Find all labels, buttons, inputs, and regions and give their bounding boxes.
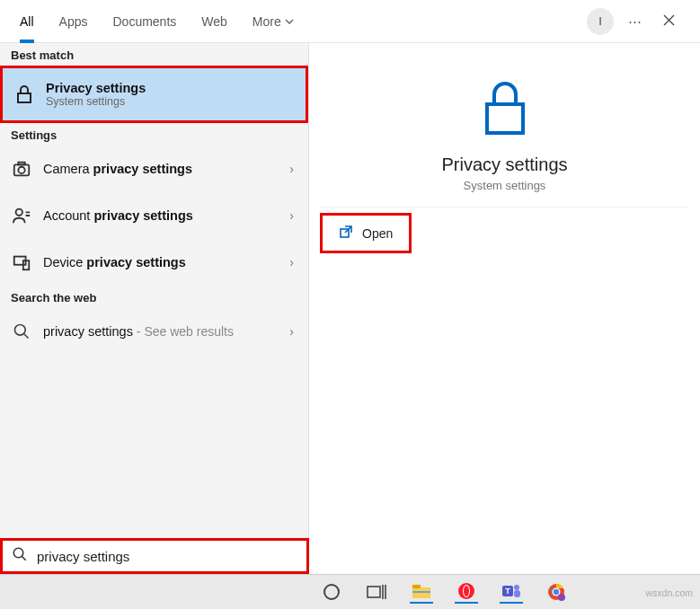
- lock-icon: [480, 79, 530, 140]
- camera-icon: [11, 158, 32, 180]
- cortana-icon[interactable]: [320, 580, 343, 604]
- section-web: Search the web: [0, 286, 308, 308]
- close-button[interactable]: [655, 8, 682, 35]
- detail-pane: Privacy settings System settings Open: [309, 43, 700, 574]
- task-view-icon[interactable]: [365, 580, 388, 604]
- result-text: Device privacy settings: [43, 254, 279, 270]
- avatar[interactable]: I: [587, 8, 614, 35]
- svg-point-26: [558, 594, 565, 601]
- tab-apps[interactable]: Apps: [47, 0, 101, 43]
- svg-rect-22: [514, 590, 520, 597]
- chrome-icon[interactable]: [545, 580, 568, 604]
- svg-point-21: [514, 585, 519, 590]
- file-explorer-icon[interactable]: [410, 580, 433, 604]
- open-external-icon: [339, 225, 353, 242]
- tab-more-label: More: [253, 0, 281, 43]
- chevron-down-icon: [285, 0, 294, 43]
- tab-web[interactable]: Web: [189, 0, 240, 43]
- result-camera-privacy[interactable]: Camera privacy settings ›: [0, 146, 308, 192]
- result-device-privacy[interactable]: Device privacy settings ›: [0, 239, 308, 286]
- tabs-left: All Apps Documents Web More: [7, 0, 306, 43]
- svg-rect-8: [487, 104, 523, 133]
- open-button[interactable]: Open: [320, 213, 412, 253]
- detail-title: Privacy settings: [441, 154, 567, 175]
- search-icon: [11, 321, 32, 342]
- svg-text:T: T: [505, 587, 510, 596]
- watermark: wsxdn.com: [645, 587, 693, 598]
- tab-all[interactable]: All: [7, 0, 47, 43]
- lock-icon: [13, 84, 35, 105]
- open-label: Open: [362, 226, 393, 241]
- svg-point-2: [18, 167, 24, 173]
- svg-point-18: [464, 586, 469, 596]
- result-best-match[interactable]: Privacy settings System settings: [0, 66, 308, 123]
- svg-rect-3: [18, 163, 24, 165]
- svg-point-4: [16, 209, 22, 216]
- result-text: Account privacy settings: [43, 207, 279, 224]
- result-title: Device privacy settings: [43, 255, 186, 269]
- account-icon: [11, 205, 32, 226]
- search-input[interactable]: [37, 549, 297, 564]
- svg-rect-14: [412, 585, 421, 588]
- svg-point-10: [13, 548, 23, 558]
- search-box[interactable]: [0, 538, 309, 574]
- svg-point-11: [324, 585, 339, 599]
- svg-rect-12: [368, 587, 380, 597]
- result-title: Account privacy settings: [43, 208, 193, 223]
- svg-rect-0: [18, 93, 31, 102]
- chevron-right-icon: ›: [289, 162, 297, 176]
- result-text: Camera privacy settings: [43, 161, 279, 177]
- detail-subtitle: System settings: [464, 179, 546, 192]
- teams-icon[interactable]: T: [500, 580, 523, 604]
- section-settings: Settings: [0, 123, 308, 146]
- close-icon: [663, 13, 675, 29]
- detail-hero: Privacy settings System settings: [320, 54, 689, 207]
- result-text: privacy settings - See web results: [43, 323, 279, 340]
- svg-point-25: [554, 589, 559, 595]
- svg-rect-15: [412, 591, 430, 593]
- result-subtitle: System settings: [46, 95, 295, 108]
- result-title: Camera privacy settings: [43, 162, 192, 176]
- search-icon: [12, 546, 28, 566]
- taskbar: T: [0, 574, 700, 609]
- result-title: privacy settings - See web results: [43, 324, 234, 339]
- result-text: Privacy settings System settings: [46, 81, 295, 108]
- device-icon: [11, 252, 32, 273]
- result-web-search[interactable]: privacy settings - See web results ›: [0, 308, 308, 355]
- result-title: Privacy settings: [46, 81, 295, 95]
- chevron-right-icon: ›: [289, 324, 297, 339]
- result-account-privacy[interactable]: Account privacy settings ›: [0, 192, 308, 239]
- tab-more[interactable]: More: [240, 0, 306, 43]
- tabs-right: I ⋯: [587, 8, 693, 35]
- results-pane: Best match Privacy settings System setti…: [0, 43, 309, 574]
- section-best-match: Best match: [0, 43, 308, 66]
- action-row: Open: [320, 213, 689, 253]
- main-area: Best match Privacy settings System setti…: [0, 43, 700, 574]
- chevron-right-icon: ›: [289, 208, 297, 223]
- chevron-right-icon: ›: [289, 255, 297, 269]
- header-tabs: All Apps Documents Web More I ⋯: [0, 0, 700, 43]
- svg-point-7: [15, 325, 26, 336]
- opera-icon[interactable]: [455, 580, 478, 604]
- ellipsis-icon: ⋯: [628, 13, 642, 30]
- tab-documents[interactable]: Documents: [100, 0, 189, 43]
- more-options-button[interactable]: ⋯: [621, 8, 648, 35]
